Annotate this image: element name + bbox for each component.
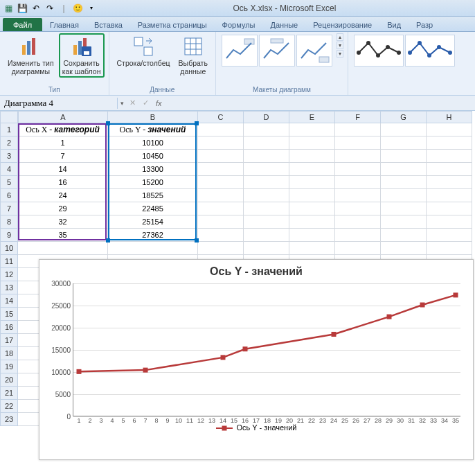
cell[interactable] — [427, 189, 472, 202]
cell[interactable] — [244, 215, 289, 229]
fx-label[interactable]: fx — [156, 99, 162, 107]
tab-view[interactable]: Вид — [379, 18, 409, 31]
tab-data[interactable]: Данные — [262, 18, 305, 31]
row-header[interactable]: 14 — [0, 294, 18, 308]
gallery-down-icon[interactable]: ▾ — [337, 42, 343, 49]
row-header[interactable]: 7 — [0, 202, 18, 215]
cell[interactable] — [289, 215, 335, 229]
cell[interactable]: 24 — [18, 189, 108, 202]
cell[interactable] — [427, 215, 472, 229]
cell[interactable] — [289, 189, 335, 202]
col-header[interactable]: A — [18, 111, 108, 123]
cell[interactable] — [335, 202, 381, 215]
tab-formulas[interactable]: Формулы — [215, 18, 263, 31]
cell[interactable]: 14 — [18, 163, 108, 176]
cell[interactable] — [335, 229, 381, 242]
row-header[interactable]: 16 — [0, 321, 18, 334]
cell[interactable] — [335, 123, 381, 136]
cell[interactable] — [381, 163, 427, 176]
cell[interactable]: 22485 — [108, 202, 198, 215]
col-header[interactable]: B — [108, 111, 198, 123]
namebox-dropdown-icon[interactable]: ▾ — [118, 100, 127, 107]
cell[interactable] — [427, 163, 472, 176]
row-header[interactable]: 10 — [0, 242, 18, 255]
cell[interactable]: Ось Y - значений — [108, 123, 198, 136]
cell[interactable]: 13300 — [108, 163, 198, 176]
cell[interactable] — [335, 189, 381, 202]
layout-item[interactable] — [296, 35, 332, 67]
chart-layout-gallery[interactable] — [220, 33, 334, 68]
cell[interactable] — [244, 163, 289, 176]
cell[interactable]: 10450 — [108, 150, 198, 163]
cell[interactable]: 7 — [18, 150, 108, 163]
cell[interactable] — [198, 229, 244, 242]
worksheet[interactable]: ABCDEFGH 1234567891011121314151617181920… — [0, 111, 475, 426]
cell[interactable] — [289, 163, 335, 176]
chart-style-gallery[interactable] — [352, 33, 456, 68]
cell[interactable]: 15200 — [108, 176, 198, 189]
cell[interactable]: 1 — [18, 136, 108, 150]
cell[interactable] — [427, 176, 472, 189]
cell-grid[interactable]: Ось X - категорийОсь Y - значений1101007… — [18, 123, 472, 426]
fx-accept-icon[interactable]: ✓ — [143, 98, 149, 107]
cell[interactable] — [381, 202, 427, 215]
change-chart-type-button[interactable]: Изменить тип диаграммы — [4, 33, 57, 78]
select-all-corner[interactable] — [0, 111, 18, 123]
tab-home[interactable]: Главная — [42, 18, 87, 31]
cell[interactable] — [244, 123, 289, 136]
cell[interactable]: 16 — [18, 176, 108, 189]
layout-item[interactable] — [222, 35, 258, 67]
cell[interactable] — [381, 189, 427, 202]
cell[interactable] — [289, 202, 335, 215]
cell[interactable] — [244, 150, 289, 163]
row-header[interactable]: 5 — [0, 176, 18, 189]
row-header[interactable]: 21 — [0, 387, 18, 400]
row-header[interactable]: 13 — [0, 281, 18, 294]
smiley-icon[interactable]: 🙂 — [72, 3, 83, 14]
col-header[interactable]: C — [198, 111, 244, 123]
cell[interactable] — [198, 202, 244, 215]
cell[interactable] — [335, 215, 381, 229]
cell[interactable] — [427, 202, 472, 215]
cell[interactable] — [108, 242, 198, 255]
cell[interactable] — [335, 150, 381, 163]
col-header[interactable]: D — [244, 111, 289, 123]
save-icon[interactable]: 💾 — [17, 3, 28, 14]
cell[interactable] — [244, 136, 289, 150]
col-header[interactable]: H — [427, 111, 472, 123]
cell[interactable] — [198, 215, 244, 229]
cell[interactable]: Ось X - категорий — [18, 123, 108, 136]
cell[interactable]: 32 — [18, 215, 108, 229]
cell[interactable] — [335, 163, 381, 176]
cell[interactable] — [427, 123, 472, 136]
row-header[interactable]: 2 — [0, 136, 18, 150]
row-header[interactable]: 9 — [0, 229, 18, 242]
cell[interactable] — [198, 176, 244, 189]
cell[interactable] — [335, 242, 381, 255]
gallery-more-icon[interactable]: ▾ — [337, 50, 343, 58]
cell[interactable]: 18525 — [108, 189, 198, 202]
cell[interactable] — [427, 150, 472, 163]
cell[interactable]: 29 — [18, 202, 108, 215]
row-header[interactable]: 11 — [0, 255, 18, 268]
cell[interactable] — [381, 150, 427, 163]
cell[interactable]: 27362 — [108, 229, 198, 242]
cell[interactable] — [244, 189, 289, 202]
row-header[interactable]: 20 — [0, 373, 18, 387]
row-header[interactable]: 3 — [0, 150, 18, 163]
redo-icon[interactable]: ↷ — [44, 3, 55, 14]
cell[interactable] — [289, 229, 335, 242]
cell[interactable] — [335, 176, 381, 189]
cell[interactable] — [289, 150, 335, 163]
cell[interactable] — [198, 123, 244, 136]
switch-row-col-button[interactable]: Строка/столбец — [114, 33, 174, 69]
cell[interactable] — [198, 163, 244, 176]
row-header[interactable]: 12 — [0, 268, 18, 281]
select-data-button[interactable]: Выбрать данные — [175, 33, 211, 78]
qat-dropdown-icon[interactable]: ▾ — [86, 3, 97, 14]
cell[interactable] — [289, 136, 335, 150]
row-header[interactable]: 1 — [0, 123, 18, 136]
row-header[interactable]: 23 — [0, 413, 18, 426]
undo-icon[interactable]: ↶ — [30, 3, 42, 14]
col-header[interactable]: G — [381, 111, 427, 123]
